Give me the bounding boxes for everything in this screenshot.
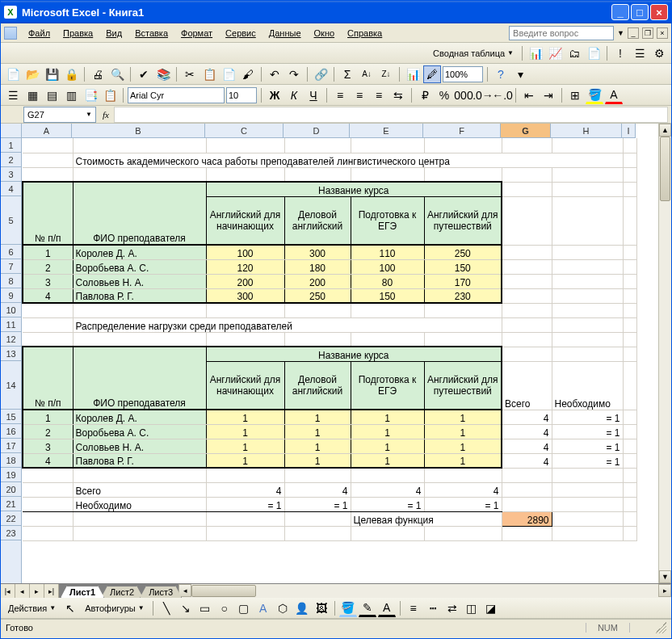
cell[interactable]: 1 xyxy=(206,424,284,439)
cell[interactable]: 4 xyxy=(502,424,552,439)
task-pane-icon[interactable]: ☰ xyxy=(4,86,22,104)
cell[interactable]: 1 xyxy=(424,410,502,424)
spell-icon[interactable]: ✔ xyxy=(135,65,153,83)
line-style-icon[interactable]: ≡ xyxy=(405,599,422,617)
cell[interactable]: 1 xyxy=(23,410,73,424)
save-icon[interactable]: 💾 xyxy=(43,65,61,83)
cell[interactable]: = 1 xyxy=(351,497,424,511)
mdi-minimize[interactable]: _ xyxy=(628,27,639,39)
menu-file[interactable]: Файл xyxy=(22,27,57,40)
row-header[interactable]: 11 xyxy=(1,317,21,332)
col-header[interactable]: B xyxy=(72,124,205,137)
copy-icon[interactable]: 📋 xyxy=(200,65,218,83)
zoom-select[interactable] xyxy=(443,66,483,82)
pivot-show-icon[interactable]: 📄 xyxy=(585,44,603,62)
row-header[interactable]: 12 xyxy=(1,332,21,347)
cell[interactable]: 4 xyxy=(424,482,502,497)
col-header[interactable]: G xyxy=(501,124,551,137)
cell[interactable]: Королев Д. А. xyxy=(73,410,206,424)
menu-edit[interactable]: Правка xyxy=(57,27,99,40)
print-icon[interactable]: 🖨 xyxy=(89,65,107,83)
cell[interactable]: 230 xyxy=(424,288,502,303)
cell[interactable]: 110 xyxy=(351,245,424,259)
cell[interactable]: = 1 xyxy=(206,497,284,511)
row-header[interactable]: 4 xyxy=(1,182,21,196)
cell[interactable]: 3 xyxy=(23,439,73,453)
col-header[interactable]: I xyxy=(622,124,636,137)
workbook-icon[interactable] xyxy=(4,27,17,40)
name-box[interactable]: G27▼ xyxy=(23,107,96,123)
draw-actions-button[interactable]: Действия▼ xyxy=(4,599,60,617)
cell[interactable]: 4 xyxy=(206,482,284,497)
underline-icon[interactable]: Ч xyxy=(304,86,322,104)
cell[interactable]: 1 xyxy=(284,453,351,468)
pivot-hide-icon[interactable]: 🗂 xyxy=(565,44,583,62)
cell[interactable]: 80 xyxy=(351,274,424,288)
sheet-tab[interactable]: Лист1 xyxy=(61,586,104,598)
row-header[interactable]: 15 xyxy=(1,410,21,424)
fmt-btn4-icon[interactable]: 📑 xyxy=(82,86,99,104)
comma-icon[interactable]: 000 xyxy=(455,86,472,104)
fill-color-icon[interactable]: 🪣 xyxy=(586,86,603,104)
row-header[interactable]: 8 xyxy=(1,274,21,288)
cell[interactable]: 300 xyxy=(206,288,284,303)
cell[interactable]: 170 xyxy=(424,274,502,288)
cell[interactable]: 120 xyxy=(206,259,284,274)
menu-insert[interactable]: Вставка xyxy=(128,27,174,40)
ask-dropdown-icon[interactable]: ▼ xyxy=(617,29,624,37)
fill-color-icon[interactable]: 🪣 xyxy=(339,599,357,617)
scroll-left-icon[interactable]: ◂ xyxy=(178,584,191,597)
cell[interactable]: Соловьев Н. А. xyxy=(73,439,206,453)
cells-area[interactable]: Стоимость академического часа работы пре… xyxy=(22,138,658,583)
cell[interactable]: 1 xyxy=(206,410,284,424)
toolbar-options-icon[interactable]: ▾ xyxy=(511,65,529,83)
bold-icon[interactable]: Ж xyxy=(266,86,284,104)
sheet-tab[interactable]: Лист2 xyxy=(101,586,143,598)
fmt-btn1-icon[interactable]: ▦ xyxy=(23,86,41,104)
cell[interactable]: 1 xyxy=(424,424,502,439)
redo-icon[interactable]: ↷ xyxy=(285,65,303,83)
row-header[interactable]: 22 xyxy=(1,511,21,526)
fmt-btn2-icon[interactable]: ▤ xyxy=(43,86,61,104)
picture-icon[interactable]: 🖼 xyxy=(313,599,330,617)
vertical-scrollbar[interactable]: ▲ ▼ xyxy=(658,124,671,583)
row-label[interactable]: Всего xyxy=(73,482,206,497)
pivot-wizard-icon[interactable]: 📊 xyxy=(527,44,544,62)
row-header[interactable]: 13 xyxy=(1,347,21,361)
row-header[interactable]: 20 xyxy=(1,482,21,497)
cell[interactable]: 2 xyxy=(23,259,73,274)
cell[interactable]: 250 xyxy=(424,245,502,259)
shadow-icon[interactable]: ◫ xyxy=(463,599,481,617)
font-color-icon[interactable]: A xyxy=(605,86,623,104)
row-header[interactable]: 21 xyxy=(1,497,21,511)
inc-indent-icon[interactable]: ⇥ xyxy=(540,86,557,104)
sheet-nav-first-icon[interactable]: |◂ xyxy=(1,584,15,598)
hyperlink-icon[interactable]: 🔗 xyxy=(312,65,330,83)
sort-desc-icon[interactable]: Z↓ xyxy=(377,65,395,83)
cell[interactable]: 3 xyxy=(23,274,73,288)
row-header[interactable]: 3 xyxy=(1,167,21,182)
col-header[interactable]: E xyxy=(350,124,423,137)
oval-icon[interactable]: ○ xyxy=(216,599,233,617)
row-label[interactable]: Необходимо xyxy=(73,497,206,511)
align-right-icon[interactable]: ≡ xyxy=(370,86,388,104)
mdi-close[interactable]: × xyxy=(657,27,668,39)
drawing-toggle-icon[interactable]: 🖉 xyxy=(423,65,441,83)
cell[interactable]: = 1 xyxy=(552,439,623,453)
cell[interactable]: = 1 xyxy=(552,453,623,468)
cell[interactable]: 1 xyxy=(351,410,424,424)
row-header[interactable]: 17 xyxy=(1,439,21,453)
autoshapes-button[interactable]: Автофигуры▼ xyxy=(81,599,149,617)
italic-icon[interactable]: К xyxy=(285,86,303,104)
row-headers[interactable]: 1234567891011121314151617181920212223 xyxy=(1,138,22,583)
cell[interactable]: 180 xyxy=(284,259,351,274)
maximize-button[interactable]: □ xyxy=(631,4,649,20)
col-header[interactable]: A xyxy=(22,124,72,137)
cell[interactable]: 1 xyxy=(284,439,351,453)
currency-icon[interactable]: ₽ xyxy=(416,86,434,104)
scroll-thumb[interactable] xyxy=(191,585,256,597)
cell[interactable]: 250 xyxy=(284,288,351,303)
font-color-icon[interactable]: A xyxy=(378,599,396,617)
borders-icon[interactable]: ⊞ xyxy=(566,86,584,104)
cell[interactable]: Воробьева А. С. xyxy=(73,259,206,274)
